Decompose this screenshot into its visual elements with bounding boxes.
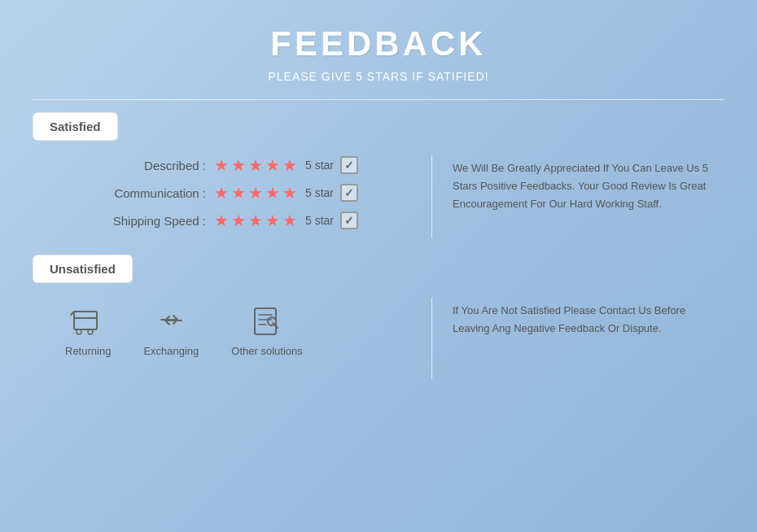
unsatisfied-badge: Unsatisfied bbox=[33, 255, 133, 283]
described-rating-row: Described : ★ ★ ★ ★ ★ 5 star bbox=[33, 155, 407, 175]
shipping-label: Shipping Speed : bbox=[76, 214, 206, 228]
satisfied-section: Satisfied Described : ★ ★ ★ ★ ★ 5 star bbox=[33, 112, 724, 238]
described-label: Described : bbox=[76, 159, 206, 172]
communication-label: Communication : bbox=[76, 186, 206, 200]
satisfied-divider bbox=[431, 155, 432, 238]
star-1: ★ bbox=[214, 211, 229, 230]
shipping-stars: ★ ★ ★ ★ ★ bbox=[214, 211, 297, 230]
options-row: Returning Exchanging bbox=[33, 302, 407, 357]
unsatisfied-divider bbox=[431, 298, 432, 379]
unsatisfied-options-panel: Returning Exchanging bbox=[33, 298, 423, 357]
star-4: ★ bbox=[265, 211, 280, 230]
star-2: ★ bbox=[231, 211, 246, 230]
star-1: ★ bbox=[214, 183, 229, 203]
returning-option[interactable]: Returning bbox=[65, 302, 111, 357]
star-3: ★ bbox=[248, 183, 263, 203]
header-subtitle: PLEASE GIVE 5 STARS IF SATIFIED! bbox=[33, 70, 724, 83]
other-solutions-option[interactable]: Other solutions bbox=[231, 302, 302, 357]
described-stars: ★ ★ ★ ★ ★ bbox=[214, 155, 297, 175]
star-2: ★ bbox=[231, 183, 246, 203]
satisfied-badge: Satisfied bbox=[33, 112, 118, 141]
solutions-icon bbox=[245, 302, 290, 338]
shipping-checkbox[interactable] bbox=[340, 211, 358, 229]
star-5: ★ bbox=[282, 155, 297, 175]
svg-rect-0 bbox=[74, 312, 97, 329]
unsatisfied-message-panel: If You Are Not Satisfied Please Contact … bbox=[440, 298, 724, 338]
other-solutions-label: Other solutions bbox=[231, 345, 302, 357]
svg-rect-4 bbox=[255, 308, 276, 334]
header-section: FEEDBACK PLEASE GIVE 5 STARS IF SATIFIED… bbox=[33, 24, 724, 83]
communication-stars: ★ ★ ★ ★ ★ bbox=[214, 183, 297, 203]
shipping-rating-row: Shipping Speed : ★ ★ ★ ★ ★ 5 star bbox=[33, 211, 407, 230]
returning-label: Returning bbox=[65, 345, 111, 357]
exchanging-label: Exchanging bbox=[143, 345, 199, 357]
exchange-icon bbox=[149, 302, 194, 338]
star-5: ★ bbox=[282, 183, 297, 203]
feedback-page: FEEDBACK PLEASE GIVE 5 STARS IF SATIFIED… bbox=[0, 0, 757, 532]
unsatisfied-message: If You Are Not Satisfied Please Contact … bbox=[453, 302, 724, 338]
page-title: FEEDBACK bbox=[33, 24, 724, 63]
described-count: 5 star bbox=[305, 159, 334, 172]
star-5: ★ bbox=[282, 211, 297, 230]
star-4: ★ bbox=[265, 183, 280, 203]
communication-count: 5 star bbox=[305, 186, 334, 199]
star-1: ★ bbox=[214, 155, 229, 175]
satisfied-message: We Will Be Greatly Appreciated If You Ca… bbox=[453, 159, 724, 213]
described-checkbox[interactable] bbox=[340, 156, 358, 174]
star-4: ★ bbox=[265, 155, 280, 175]
header-divider bbox=[33, 99, 724, 100]
star-3: ★ bbox=[248, 155, 263, 175]
star-3: ★ bbox=[248, 211, 263, 230]
return-icon bbox=[66, 302, 111, 338]
satisfied-ratings-panel: Described : ★ ★ ★ ★ ★ 5 star Communicati… bbox=[33, 155, 423, 238]
satisfied-message-panel: We Will Be Greatly Appreciated If You Ca… bbox=[440, 155, 724, 213]
unsatisfied-content-row: Returning Exchanging bbox=[33, 298, 724, 379]
satisfied-content-row: Described : ★ ★ ★ ★ ★ 5 star Communicati… bbox=[33, 155, 724, 238]
communication-rating-row: Communication : ★ ★ ★ ★ ★ 5 star bbox=[33, 183, 407, 203]
communication-checkbox[interactable] bbox=[340, 184, 358, 202]
exchanging-option[interactable]: Exchanging bbox=[143, 302, 199, 357]
shipping-count: 5 star bbox=[305, 214, 334, 227]
unsatisfied-section: Unsatisfied bbox=[33, 255, 724, 379]
star-2: ★ bbox=[231, 155, 246, 175]
